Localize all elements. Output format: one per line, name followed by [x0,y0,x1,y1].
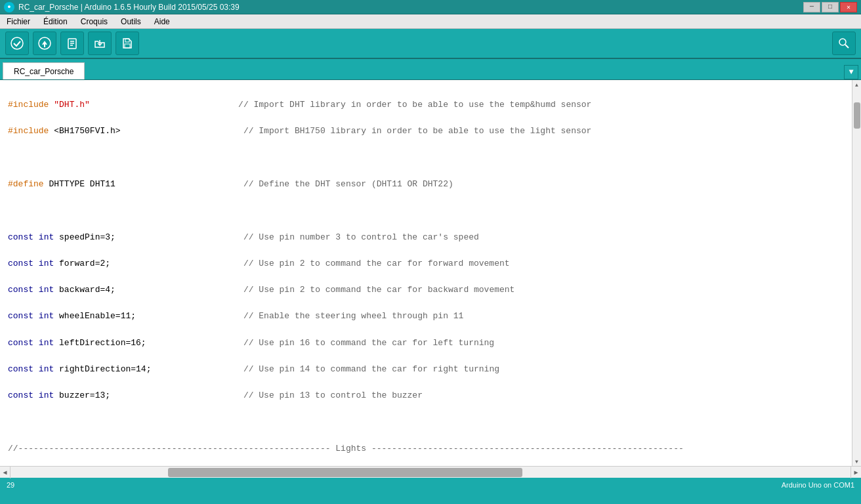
kw-const-5: const [8,338,33,348]
comment-12: // Use pin 13 to control the buzzer [243,390,423,400]
kw-int-4: int [39,311,54,321]
code-line-6: const int speedPin=3; // Use pin number … [8,231,844,244]
define-name: DHTTYPE DHT11 [49,179,115,189]
kw-int-7: int [39,390,54,400]
code-line-11: const int rightDirection=14; // Use pin … [8,363,844,376]
var-rightdir: rightDirection=14; [59,364,151,374]
editor-container: #include "DHT.h" // Import DHT library i… [0,80,861,466]
kw-const-1: const [8,232,33,242]
menu-outils[interactable]: Outils [114,16,148,28]
comment-1: // Import DHT library in order to be abl… [238,100,591,110]
string-dht: "DHT.h" [54,100,90,110]
horizontal-scrollbar[interactable]: ◀ ▶ [0,466,861,478]
code-line-1: #include "DHT.h" // Import DHT library i… [8,98,844,112]
kw-const-7: const [8,390,33,400]
hscroll-thumb[interactable] [168,468,522,477]
var-speedpin: speedPin=3; [59,232,116,242]
keyword-include: #include [8,100,49,110]
menubar: Fichier Édition Croquis Outils Aide [0,14,861,29]
comment-10: // Use pin 16 to command the car for lef… [243,338,494,348]
board-info: Arduino Uno on COM1 [782,481,854,489]
code-line-5 [8,204,844,217]
svg-point-9 [839,39,846,45]
svg-line-10 [845,45,849,48]
comment-3: // Define the DHT sensor (DHT11 OR DHT22… [243,179,453,189]
hscroll-track [10,467,861,478]
kw-int-5: int [39,338,54,348]
code-line-13 [8,416,844,429]
tab-dropdown-button[interactable]: ▼ [844,65,858,79]
statusbar: 29 Arduino Uno on COM1 [0,478,861,492]
var-leftdir: leftDirection=16; [59,338,146,348]
titlebar-left: ● RC_car_Porsche | Arduino 1.6.5 Hourly … [4,2,240,12]
code-line-2: #include <BH1750FVI.h> // Import BH1750 … [8,125,844,138]
toolbar [0,29,861,59]
comment-7: // Use pin 2 to command the car for forw… [243,259,510,268]
hscroll-left-button[interactable]: ◀ [0,467,10,478]
tabbar: RC_car_Porsche ▼ [0,59,861,80]
code-line-10: const int leftDirection=16; // Use pin 1… [8,337,844,350]
code-line-14: //--------------------------------------… [8,442,844,455]
var-buzzer: buzzer=13; [59,390,110,400]
save-button[interactable] [116,32,139,55]
var-backward: backward=4; [59,285,116,295]
window-title: RC_car_Porsche | Arduino 1.6.5 Hourly Bu… [18,3,240,12]
var-wheelenable: wheelEnable=11; [59,311,136,321]
kw-int-6: int [39,364,54,374]
upload-button[interactable] [33,32,56,55]
menu-aide[interactable]: Aide [148,16,177,28]
menu-edition[interactable]: Édition [37,16,74,28]
kw-int-1: int [39,232,54,242]
var-forward: forward=2; [59,259,110,268]
tab-rc-car-porsche[interactable]: RC_car_Porsche [3,62,85,79]
vscroll-thumb[interactable] [854,102,860,129]
keyword-define: #define [8,179,44,189]
code-line-8: const int backward=4; // Use pin 2 to co… [8,284,844,297]
kw-const-2: const [8,259,33,268]
open-button[interactable] [88,32,112,55]
kw-const-6: const [8,364,33,374]
include-bh: <BH1750FVI.h> [54,126,120,136]
titlebar: ● RC_car_Porsche | Arduino 1.6.5 Hourly … [0,0,861,14]
menu-croquis[interactable]: Croquis [74,16,114,28]
code-line-4: #define DHTTYPE DHT11 // Define the DHT … [8,178,844,191]
keyword-include-2: #include [8,126,49,136]
window-controls[interactable]: ─ □ ✕ [803,2,857,12]
comment-11: // Use pin 14 to command the car for rig… [243,364,499,374]
search-button[interactable] [832,32,856,55]
minimize-button[interactable]: ─ [803,2,820,12]
kw-int-3: int [39,285,54,295]
new-button[interactable] [60,32,84,55]
verify-button[interactable] [5,32,29,55]
bottom-border [0,492,861,504]
code-line-12: const int buzzer=13; // Use pin 13 to co… [8,389,844,402]
vertical-scrollbar[interactable]: ▲ ▼ [852,80,861,466]
svg-rect-8 [125,44,130,48]
kw-const-4: const [8,311,33,321]
close-button[interactable]: ✕ [840,2,857,12]
hscroll-right-button[interactable]: ▶ [850,467,861,478]
svg-point-0 [11,37,23,49]
code-editor[interactable]: #include "DHT.h" // Import DHT library i… [0,80,852,466]
line-number: 29 [7,481,14,489]
comment-lights-section: //--------------------------------------… [8,444,684,453]
comment-6: // Use pin number 3 to control the car's… [243,232,479,242]
code-line-7: const int forward=2; // Use pin 2 to com… [8,257,844,270]
kw-int-2: int [39,259,54,268]
code-line-9: const int wheelEnable=11; // Enable the … [8,310,844,323]
maximize-button[interactable]: □ [822,2,839,12]
comment-8: // Use pin 2 to command the car for back… [243,285,514,295]
vscroll-down-button[interactable]: ▼ [852,457,862,466]
comment-9: // Enable the steering wheel through pin… [243,311,463,321]
comment-2: // Import BH1750 library in order to be … [243,126,592,136]
code-line-3 [8,152,844,165]
vscroll-up-button[interactable]: ▲ [852,80,862,89]
menu-fichier[interactable]: Fichier [0,16,37,28]
kw-const-3: const [8,285,33,295]
app-icon: ● [4,2,14,12]
